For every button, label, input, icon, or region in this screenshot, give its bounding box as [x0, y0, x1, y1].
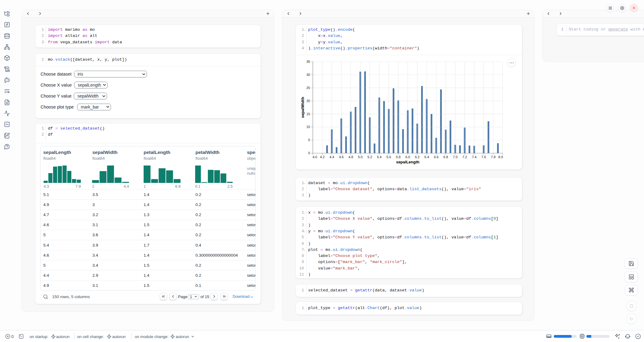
svg-text:6.6: 6.6 [434, 155, 438, 159]
svg-text:5: 5 [308, 138, 310, 142]
svg-text:6.8: 6.8 [443, 155, 448, 159]
svg-text:5.8: 5.8 [396, 155, 400, 159]
svg-text:15: 15 [306, 112, 310, 116]
svg-text:7.2: 7.2 [462, 155, 467, 159]
svg-text:6.2: 6.2 [415, 155, 419, 159]
svg-text:35: 35 [306, 60, 310, 63]
svg-text:6.0: 6.0 [405, 155, 410, 159]
svg-text:5.0: 5.0 [358, 155, 362, 159]
svg-text:4.8: 4.8 [348, 155, 353, 159]
svg-text:5.6: 5.6 [386, 155, 391, 159]
svg-text:7.4: 7.4 [472, 155, 476, 159]
svg-text:10: 10 [306, 125, 310, 129]
svg-text:5.4: 5.4 [377, 155, 381, 159]
svg-text:4.4: 4.4 [329, 155, 334, 159]
svg-text:sepalLength: sepalLength [396, 160, 419, 164]
svg-text:7.6: 7.6 [481, 155, 486, 159]
svg-text:5.2: 5.2 [367, 155, 372, 159]
svg-text:4.0: 4.0 [312, 155, 317, 159]
svg-text:20: 20 [306, 99, 310, 103]
svg-text:25: 25 [306, 86, 310, 90]
svg-text:0: 0 [308, 151, 310, 155]
svg-text:4.2: 4.2 [320, 155, 324, 159]
svg-text:6.4: 6.4 [424, 155, 429, 159]
svg-text:4.6: 4.6 [339, 155, 343, 159]
svg-text:8.0: 8.0 [498, 155, 503, 159]
svg-text:sepalWidth: sepalWidth [300, 97, 305, 118]
svg-text:7.8: 7.8 [491, 155, 495, 159]
svg-text:7.0: 7.0 [453, 155, 457, 159]
svg-text:30: 30 [306, 73, 310, 77]
